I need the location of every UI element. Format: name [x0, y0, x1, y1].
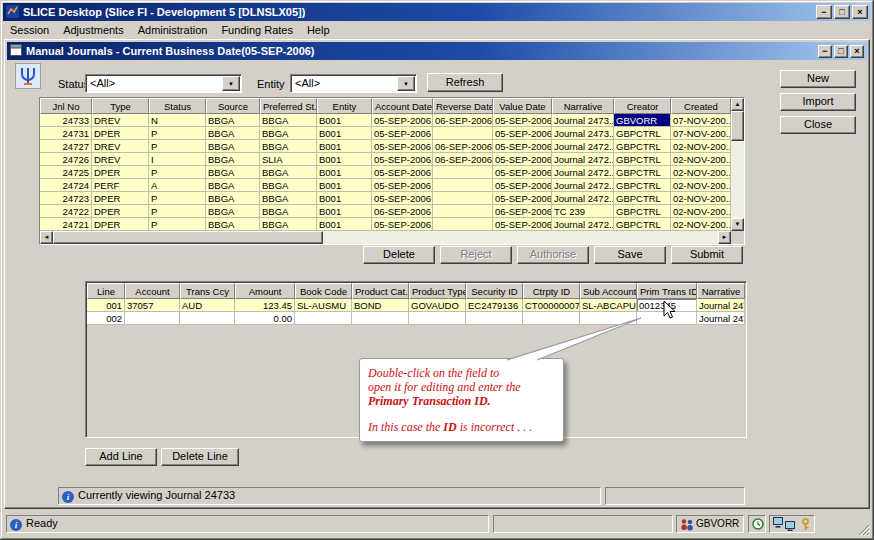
column-header[interactable]: Value Date — [493, 98, 552, 114]
cell[interactable]: DREV — [92, 140, 149, 153]
cell[interactable]: DREV — [92, 153, 149, 166]
scrollbar-thumb[interactable] — [53, 231, 323, 244]
column-header[interactable]: Product Type — [409, 283, 466, 299]
save-button[interactable]: Save — [594, 246, 666, 264]
cell[interactable]: 05-SEP-2006 — [493, 153, 552, 166]
cell[interactable]: GBPCTRL — [614, 127, 671, 140]
cell[interactable]: 05-SEP-2006 — [372, 166, 433, 179]
cell[interactable]: Journal 2472... — [552, 179, 614, 192]
resize-grip[interactable] — [857, 523, 870, 536]
cell[interactable]: P — [149, 140, 206, 153]
cell[interactable]: 24726 — [40, 153, 92, 166]
cell[interactable]: BBGA — [206, 192, 260, 205]
import-button[interactable]: Import — [780, 93, 856, 111]
cell[interactable]: 37057 — [125, 299, 180, 312]
cell[interactable]: BBGA — [206, 140, 260, 153]
cell[interactable]: 05-SEP-2006 — [372, 140, 433, 153]
cell[interactable]: 02-NOV-200... — [671, 205, 731, 218]
cell[interactable]: 02-NOV-200... — [671, 192, 731, 205]
column-header[interactable]: Source — [206, 98, 260, 114]
cell[interactable]: B001 — [317, 166, 372, 179]
cell[interactable]: 123.45 — [235, 299, 295, 312]
scroll-up-icon[interactable]: ▲ — [731, 98, 744, 111]
cell[interactable] — [580, 312, 637, 325]
cell[interactable] — [466, 312, 523, 325]
cell[interactable]: PERF — [92, 179, 149, 192]
cell[interactable]: 06-SEP-2006 — [433, 153, 493, 166]
cell[interactable]: GOVAUDO — [409, 299, 466, 312]
column-header[interactable]: Account Date — [372, 98, 433, 114]
cell[interactable]: BBGA — [206, 179, 260, 192]
cell[interactable]: P — [149, 205, 206, 218]
cell[interactable]: P — [149, 127, 206, 140]
column-header[interactable]: Type — [92, 98, 149, 114]
scroll-down-icon[interactable]: ▼ — [731, 218, 744, 231]
cell[interactable]: 24722 — [40, 205, 92, 218]
cell[interactable] — [433, 127, 493, 140]
table-row[interactable]: 00137057AUD123.45SL-AUSMUBONDGOVAUDOEC24… — [87, 299, 745, 312]
cell[interactable]: BBGA — [260, 114, 317, 127]
cell[interactable]: P — [149, 166, 206, 179]
cell[interactable]: DPER — [92, 192, 149, 205]
cell[interactable]: BBGA — [206, 127, 260, 140]
cell[interactable]: SLIA — [260, 153, 317, 166]
new-button[interactable]: New — [780, 70, 856, 88]
cell[interactable] — [352, 312, 409, 325]
cell[interactable]: BBGA — [206, 153, 260, 166]
column-header[interactable]: Narrative — [552, 98, 614, 114]
cell[interactable]: B001 — [317, 140, 372, 153]
cell[interactable]: P — [149, 192, 206, 205]
cell[interactable]: 06-SEP-2006 — [372, 205, 433, 218]
column-header[interactable]: Entity — [317, 98, 372, 114]
cell[interactable]: 05-SEP-2006 — [493, 127, 552, 140]
column-header[interactable]: Reverse Date — [433, 98, 493, 114]
cell[interactable]: 05-SEP-2006 — [372, 218, 433, 231]
cell[interactable]: AUD — [180, 299, 235, 312]
cell[interactable]: BOND — [352, 299, 409, 312]
column-header[interactable]: Preferred St... — [260, 98, 317, 114]
cell[interactable]: B001 — [317, 192, 372, 205]
cell[interactable]: 06-SEP-2006 — [493, 205, 552, 218]
cell[interactable]: GBPCTRL — [614, 218, 671, 231]
cell[interactable]: 05-SEP-2006 — [493, 192, 552, 205]
cell[interactable]: 05-SEP-2006 — [372, 153, 433, 166]
dropdown-arrow-icon[interactable]: ▼ — [397, 76, 415, 91]
vertical-scrollbar[interactable]: ▲ ▼ — [731, 98, 744, 231]
cell[interactable]: 07-NOV-200... — [671, 127, 731, 140]
scroll-right-icon[interactable]: ► — [718, 231, 731, 244]
cell[interactable]: 24727 — [40, 140, 92, 153]
cell[interactable]: DPER — [92, 218, 149, 231]
cell[interactable]: BBGA — [260, 127, 317, 140]
submit-button[interactable]: Submit — [671, 246, 743, 264]
cell[interactable] — [433, 179, 493, 192]
cell[interactable] — [433, 166, 493, 179]
authorise-button[interactable]: Authorise — [517, 246, 589, 264]
cell[interactable]: B001 — [317, 127, 372, 140]
column-header[interactable]: Created — [671, 98, 731, 114]
column-header[interactable]: Ctrpty ID — [523, 283, 580, 299]
cell[interactable]: BBGA — [260, 140, 317, 153]
cell[interactable]: Journal 2473... — [697, 299, 745, 312]
cell[interactable]: GBPCTRL — [614, 166, 671, 179]
cell[interactable]: 05-SEP-2006 — [493, 218, 552, 231]
cell[interactable] — [295, 312, 352, 325]
delete-line-button[interactable]: Delete Line — [161, 448, 239, 466]
cell[interactable]: I — [149, 153, 206, 166]
reject-button[interactable]: Reject — [440, 246, 512, 264]
column-header[interactable]: Trans Ccy — [180, 283, 235, 299]
dropdown-arrow-icon[interactable]: ▼ — [222, 76, 240, 91]
table-row[interactable]: 24724PERFABBGABBGAB00105-SEP-200605-SEP-… — [40, 179, 731, 192]
cell[interactable] — [433, 205, 493, 218]
cell[interactable]: 24723 — [40, 192, 92, 205]
cell[interactable]: DPER — [92, 127, 149, 140]
cell[interactable]: BBGA — [206, 205, 260, 218]
cell[interactable]: Journal 2472... — [552, 153, 614, 166]
cell[interactable]: N — [149, 114, 206, 127]
column-header[interactable]: Book Code — [295, 283, 352, 299]
cell[interactable]: 05-SEP-2006 — [372, 114, 433, 127]
table-row[interactable]: 24726DREVIBBGASLIAB00105-SEP-200606-SEP-… — [40, 153, 731, 166]
cell[interactable] — [409, 312, 466, 325]
cell[interactable]: 02-NOV-200... — [671, 153, 731, 166]
maximize-button[interactable]: □ — [834, 5, 850, 19]
cell[interactable]: BBGA — [260, 179, 317, 192]
